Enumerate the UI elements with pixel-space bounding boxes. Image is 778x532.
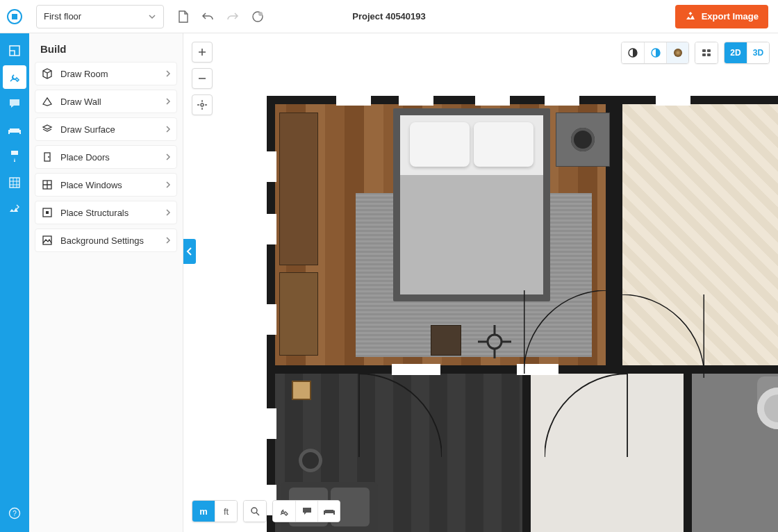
search-button[interactable] (244, 501, 266, 522)
layers-button[interactable] (695, 42, 718, 63)
panel-title: Build (29, 33, 183, 62)
panel-item-label: Draw Wall (60, 97, 158, 107)
rail-paint-icon[interactable] (3, 144, 26, 168)
window-notch (656, 94, 690, 106)
svg-text:?: ? (13, 510, 17, 517)
undo-icon[interactable] (201, 12, 214, 22)
furniture-bed[interactable] (393, 108, 550, 301)
svg-point-10 (48, 156, 49, 158)
chevron-right-icon (165, 70, 171, 77)
place-structurals-item[interactable]: Place Structurals (35, 201, 177, 224)
panel-item-label: Place Structurals (60, 208, 158, 218)
furniture-nightstand[interactable] (556, 113, 610, 167)
svg-point-23 (488, 335, 502, 349)
svg-rect-22 (707, 53, 711, 56)
tools-button[interactable] (273, 501, 295, 522)
svg-rect-13 (46, 211, 49, 214)
draw-room-item[interactable]: Draw Room (35, 62, 177, 85)
chevron-down-icon (148, 13, 156, 21)
window-notch (336, 94, 371, 106)
furniture-stool[interactable] (431, 325, 461, 356)
chevron-right-icon (165, 209, 171, 216)
recenter-button[interactable] (192, 94, 213, 115)
contrast-group (621, 42, 689, 64)
svg-point-15 (201, 103, 204, 106)
rail-comment-icon[interactable] (3, 92, 26, 115)
rail-floorplan-icon[interactable] (3, 39, 26, 63)
view-color-button[interactable] (644, 42, 666, 63)
background-icon (41, 235, 53, 246)
furniture-spotlight[interactable] (299, 449, 322, 472)
top-bar: First floor Project 40540193 Export Imag… (0, 0, 778, 33)
svg-line-33 (256, 513, 259, 515)
furniture-button[interactable] (317, 501, 340, 522)
view-bw-button[interactable] (622, 42, 644, 63)
top-toolbar (178, 10, 264, 23)
svg-point-32 (251, 508, 257, 513)
floorplan[interactable] (267, 96, 778, 532)
unit-ft-button[interactable]: ft (215, 501, 237, 522)
door-swing (358, 374, 428, 443)
chevron-right-icon (165, 126, 171, 133)
svg-rect-1 (12, 14, 17, 19)
app-logo[interactable] (0, 0, 29, 33)
window-notch (265, 214, 276, 244)
cube-icon (41, 68, 53, 79)
zoom-out-button[interactable] (192, 68, 213, 89)
export-image-button[interactable]: Export Image (675, 5, 768, 28)
redo-icon[interactable] (226, 12, 239, 22)
zoom-controls (192, 42, 213, 115)
furniture-wardrobe[interactable] (279, 113, 318, 265)
view-3d-button[interactable]: 3D (747, 42, 769, 63)
zoom-in-button[interactable] (192, 42, 213, 63)
new-page-icon[interactable] (178, 10, 189, 23)
place-doors-item[interactable]: Place Doors (35, 145, 177, 169)
project-title: Project 40540193 (352, 11, 426, 22)
search-group (243, 500, 267, 522)
panel-item-label: Draw Surface (60, 124, 158, 135)
quick-tools (272, 500, 340, 522)
dimension-group: 2D 3D (724, 42, 770, 64)
draw-wall-item[interactable]: Draw Wall (35, 90, 177, 113)
collapse-panel-button[interactable] (183, 239, 196, 264)
floor-dropdown[interactable]: First floor (36, 5, 164, 28)
furniture-dresser[interactable] (279, 272, 318, 356)
svg-rect-21 (702, 53, 706, 56)
lamp-icon (571, 128, 595, 151)
panel-list: Draw Room Draw Wall Draw Surface Place D… (29, 62, 183, 252)
rail-furniture-icon[interactable] (3, 118, 26, 142)
floor-dropdown-label: First floor (44, 11, 81, 22)
furniture-ceiling-fan[interactable] (475, 322, 514, 361)
floorplan-canvas[interactable]: 2D 3D (183, 33, 778, 532)
window-notch (475, 94, 510, 106)
rail-build-icon[interactable] (3, 65, 26, 89)
history-icon[interactable] (251, 10, 264, 23)
unit-toggle: m ft (192, 500, 238, 522)
view-2d-button[interactable]: 2D (725, 42, 747, 63)
place-windows-item[interactable]: Place Windows (35, 173, 177, 197)
chevron-right-icon (165, 237, 171, 244)
rail-texture-icon[interactable] (3, 171, 26, 194)
draw-surface-item[interactable]: Draw Surface (35, 117, 177, 141)
window-icon (41, 179, 53, 190)
window-notch (545, 94, 579, 106)
surface-icon (41, 124, 53, 135)
structural-icon (41, 207, 53, 218)
svg-rect-6 (10, 178, 19, 188)
background-settings-item[interactable]: Background Settings (35, 228, 177, 252)
window-notch (265, 408, 276, 439)
chevron-right-icon (165, 153, 171, 160)
rail-export-icon[interactable] (3, 197, 26, 221)
door-swing (545, 374, 614, 443)
svg-rect-19 (702, 49, 706, 52)
view-texture-button[interactable] (666, 42, 688, 63)
door-swing (621, 294, 704, 378)
rail-help-icon[interactable]: ? (3, 501, 26, 525)
unit-m-button[interactable]: m (192, 501, 215, 522)
door-icon (41, 151, 53, 163)
left-rail: ? (0, 33, 29, 532)
furniture-artwork[interactable] (292, 381, 311, 400)
export-icon (685, 11, 696, 22)
svg-rect-5 (11, 151, 18, 155)
comment-button[interactable] (295, 501, 317, 522)
